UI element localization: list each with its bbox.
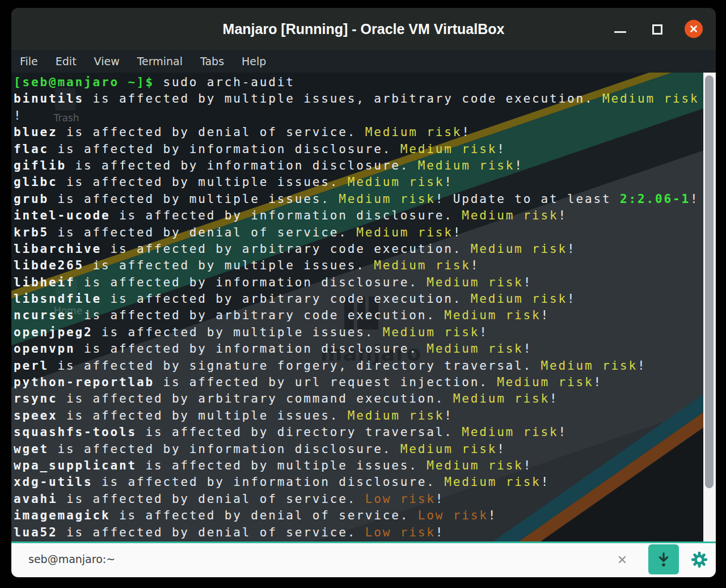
- terminal-line: libsndfile is affected by arbitrary code…: [14, 291, 703, 307]
- terminal-line: python-reportlab is affected by url requ…: [14, 374, 703, 391]
- terminal-line: perl is affected by signature forgery, d…: [14, 358, 703, 374]
- menu-tabs[interactable]: Tabs: [199, 55, 225, 67]
- terminal-line: glibc is affected by multiple issues. Me…: [14, 174, 703, 191]
- terminal-line: wpa_supplicant is affected by multiple i…: [14, 458, 703, 474]
- terminal-line: imagemagick is affected by denial of ser…: [14, 507, 703, 524]
- terminal-line: xdg-utils is affected by information dis…: [14, 474, 703, 490]
- terminal-line: binutils is affected by multiple issues,…: [14, 91, 703, 107]
- terminal-line: [seb@manjaro ~]$ sudo arch-audit: [14, 74, 703, 91]
- terminal-line: libarchive is affected by arbitrary code…: [14, 241, 703, 257]
- terminal-line: krb5 is affected by denial of service. M…: [14, 225, 703, 241]
- terminal-tab-label[interactable]: seb@manjaro:~: [28, 553, 115, 565]
- terminal-line: lua52 is affected by denial of service. …: [14, 524, 703, 541]
- terminal-screen[interactable]: Trash Home manjaro [seb@manjaro ~]$ sudo…: [11, 73, 703, 542]
- terminal-line: speex is affected by multiple issues. Me…: [14, 408, 703, 424]
- terminal-line: bluez is affected by denial of service. …: [14, 124, 703, 141]
- maximize-icon[interactable]: [652, 24, 662, 35]
- close-icon: [689, 24, 698, 33]
- terminal-line: avahi is affected by denial of service. …: [14, 491, 703, 507]
- close-tab-button[interactable]: [616, 553, 628, 566]
- settings-gear-icon: [690, 551, 708, 569]
- menu-edit[interactable]: Edit: [54, 55, 78, 67]
- terminal-line: squashfs-tools is affected by directory …: [14, 424, 703, 441]
- tab-bar: seb@manjaro:~: [11, 542, 716, 577]
- terminal-line: !: [14, 108, 703, 124]
- settings-gear-button[interactable]: [690, 551, 708, 569]
- terminal-line: openvpn is affected by information discl…: [14, 341, 703, 357]
- terminal-line: openjpeg2 is affected by multiple issues…: [14, 324, 703, 341]
- menu-view[interactable]: View: [93, 55, 121, 67]
- minimize-icon[interactable]: [614, 31, 626, 33]
- menu-terminal[interactable]: Terminal: [136, 55, 184, 67]
- terminal-line: grub is affected by multiple issues. Med…: [14, 191, 703, 208]
- terminal-line: intel-ucode is affected by information d…: [14, 208, 703, 224]
- terminal-rows: [seb@manjaro ~]$ sudo arch-auditbinutils…: [11, 73, 703, 542]
- titlebar: Manjaro [Running] - Oracle VM VirtualBox: [11, 8, 716, 50]
- scrollbar-track[interactable]: [703, 73, 716, 542]
- terminal-line: wget is affected by information disclosu…: [14, 441, 703, 458]
- menu-help[interactable]: Help: [240, 55, 267, 67]
- terminal-line: libheif is affected by information discl…: [14, 274, 703, 291]
- menu-file[interactable]: File: [19, 55, 39, 67]
- terminal-line: ncurses is affected by arbitrary code ex…: [14, 307, 703, 324]
- terminal-content: Trash Home manjaro [seb@manjaro ~]$ sudo…: [11, 73, 716, 542]
- scroll-down-button[interactable]: [648, 544, 679, 574]
- close-window-button[interactable]: [685, 20, 703, 38]
- terminal-line: rsync is affected by arbitrary command e…: [14, 391, 703, 407]
- menubar: File Edit View Terminal Tabs Help: [11, 50, 716, 73]
- terminal-line: libde265 is affected by multiple issues.…: [14, 257, 703, 274]
- scroll-down-icon: [655, 551, 672, 568]
- scrollbar-thumb[interactable]: [705, 75, 714, 488]
- terminal-line: giflib is affected by information disclo…: [14, 158, 703, 174]
- close-tab-icon: [617, 554, 628, 565]
- virtualbox-window: Manjaro [Running] - Oracle VM VirtualBox…: [11, 8, 716, 577]
- terminal-line: flac is affected by information disclosu…: [14, 141, 703, 158]
- window-title: Manjaro [Running] - Oracle VM VirtualBox: [11, 8, 716, 50]
